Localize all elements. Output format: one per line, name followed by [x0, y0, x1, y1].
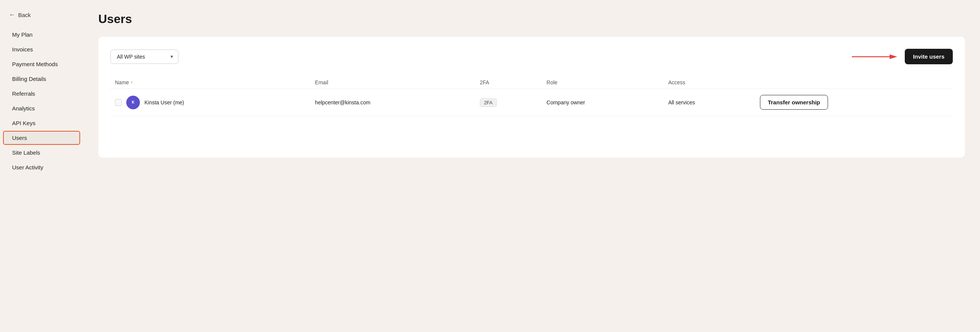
invite-area: Invite users	[852, 49, 953, 64]
sidebar: ← Back My Plan Invoices Payment Methods …	[0, 0, 83, 332]
sidebar-item-billing-details[interactable]: Billing Details	[3, 72, 80, 86]
sidebar-item-invoices[interactable]: Invoices	[3, 42, 80, 56]
svg-marker-1	[889, 54, 897, 59]
col-header-2fa: 2FA	[475, 76, 542, 89]
cell-2fa: 2FA	[475, 89, 542, 116]
sidebar-item-my-plan[interactable]: My Plan	[3, 28, 80, 41]
table-header-row: Name ↑ Email 2FA Role Access	[110, 76, 953, 89]
users-table: Name ↑ Email 2FA Role Access	[110, 76, 953, 116]
back-button[interactable]: ← Back	[0, 8, 83, 27]
sidebar-item-analytics[interactable]: Analytics	[3, 101, 80, 115]
site-filter-select[interactable]: All WP sites All sites Specific site	[110, 49, 178, 64]
col-header-name: Name ↑	[110, 76, 310, 89]
cell-role: Company owner	[542, 89, 664, 116]
site-filter-wrapper: All WP sites All sites Specific site ▾	[110, 49, 178, 64]
avatar: K	[126, 96, 140, 109]
table-row: K Kinsta User (me) helpcenter@kinsta.com…	[110, 89, 953, 116]
col-header-actions	[756, 76, 953, 89]
cell-email: helpcenter@kinsta.com	[310, 89, 475, 116]
page-title: Users	[98, 12, 965, 26]
sidebar-item-users[interactable]: Users	[3, 131, 80, 145]
back-label: Back	[18, 12, 30, 18]
col-header-access: Access	[663, 76, 755, 89]
arrow-icon	[852, 52, 897, 61]
sort-asc-icon: ↑	[130, 80, 133, 85]
sidebar-nav: My Plan Invoices Payment Methods Billing…	[0, 27, 83, 175]
col-header-role: Role	[542, 76, 664, 89]
cell-access: All services	[663, 89, 755, 116]
user-name: Kinsta User (me)	[145, 100, 184, 105]
sidebar-item-user-activity[interactable]: User Activity	[3, 160, 80, 174]
sidebar-item-site-labels[interactable]: Site Labels	[3, 146, 80, 160]
sidebar-item-payment-methods[interactable]: Payment Methods	[3, 57, 80, 71]
toolbar: All WP sites All sites Specific site ▾ I…	[110, 49, 953, 64]
sidebar-item-api-keys[interactable]: API Keys	[3, 116, 80, 130]
content-card: All WP sites All sites Specific site ▾ I…	[98, 37, 965, 158]
cell-name: K Kinsta User (me)	[110, 89, 310, 116]
twofa-badge: 2FA	[480, 98, 497, 107]
cell-actions: Transfer ownership	[756, 89, 953, 116]
transfer-ownership-button[interactable]: Transfer ownership	[760, 95, 828, 110]
invite-users-button[interactable]: Invite users	[905, 49, 953, 64]
col-header-email: Email	[310, 76, 475, 89]
back-arrow-icon: ←	[9, 11, 15, 18]
row-checkbox[interactable]	[115, 99, 122, 106]
main-content: Users All WP sites All sites Specific si…	[83, 0, 980, 332]
sidebar-item-referrals[interactable]: Referrals	[3, 87, 80, 100]
